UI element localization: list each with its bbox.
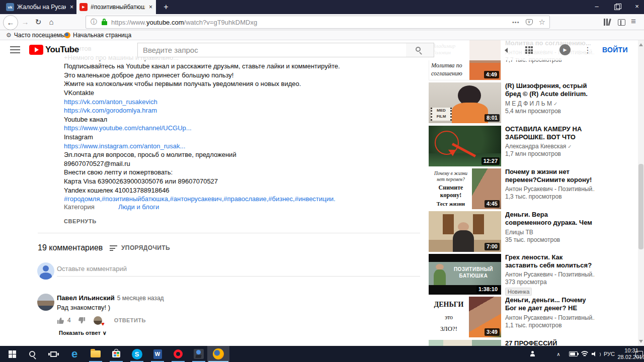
show-replies-button[interactable]: Показать ответ∨ bbox=[57, 329, 107, 336]
new-tab-button[interactable]: + bbox=[159, 0, 173, 14]
sign-in-button[interactable]: ВОЙТИ bbox=[602, 46, 628, 54]
video-thumbnail[interactable]: ДЕНЬГИ это ЗЛО?! 3:49 bbox=[429, 297, 501, 337]
language-indicator[interactable]: РУС bbox=[602, 346, 617, 362]
description-link[interactable]: https://vk.com/gorodomlya.hram bbox=[64, 106, 421, 115]
taskbar-word[interactable]: W bbox=[147, 346, 168, 362]
page-info-icon[interactable]: ⓘ bbox=[91, 18, 97, 27]
video-title[interactable]: ОСТАВИЛА КАМЕРУ НА ЗАБРОШКЕ. ВОТ ЧТО bbox=[505, 125, 595, 141]
sidebar-toggle-icon[interactable] bbox=[618, 19, 625, 26]
back-button[interactable]: ← bbox=[3, 15, 18, 30]
like-icon[interactable] bbox=[57, 317, 64, 324]
search-button[interactable] bbox=[406, 43, 434, 57]
page-scrollbar[interactable] bbox=[638, 40, 644, 346]
menu-icon[interactable] bbox=[10, 46, 20, 53]
pocket-icon[interactable]: ∨ bbox=[526, 19, 533, 25]
video-channel[interactable]: М Е Д Ф И Л Ь М✓ bbox=[505, 100, 595, 108]
home-button[interactable]: ⌂ bbox=[44, 15, 58, 29]
comments-count: 19 комментариев bbox=[38, 243, 103, 252]
comment-input[interactable]: Оставьте комментарий bbox=[57, 265, 127, 273]
search-box[interactable] bbox=[137, 43, 407, 57]
description-link[interactable]: https://www.instagram.com/anton_rusak... bbox=[64, 142, 421, 151]
sidebar-video-item[interactable]: 12:27 ОСТАВИЛА КАМЕРУ НА ЗАБРОШКЕ. ВОТ Ч… bbox=[429, 126, 595, 166]
taskbar-opera[interactable] bbox=[168, 346, 188, 362]
window-minimize-button[interactable]: – bbox=[587, 0, 607, 14]
video-thumbnail[interactable] bbox=[429, 340, 501, 346]
comment-author[interactable]: Павел Ильинский5 месяцев назад bbox=[57, 294, 164, 302]
volume-icon[interactable] bbox=[590, 346, 601, 362]
tab-close-icon[interactable]: × bbox=[149, 4, 152, 11]
scroll-up-icon[interactable] bbox=[639, 43, 643, 46]
url-bar[interactable]: ⓘ https://www.youtube.com/watch?v=gT9uhk… bbox=[86, 16, 550, 29]
video-channel[interactable]: Александра Киевская✓ bbox=[505, 143, 595, 150]
window-restore-button[interactable] bbox=[607, 0, 627, 14]
sidebar-video-item[interactable]: 7:00 Деньги. Вера современного дурака. Ч… bbox=[429, 211, 595, 252]
apps-grid-icon[interactable] bbox=[525, 46, 533, 54]
youtube-logo[interactable]: YouTube bbox=[29, 45, 79, 55]
video-thumbnail[interactable]: ПОЗИТИВНЫЙБАТЮШКА 1:38:10 bbox=[429, 254, 501, 295]
messages-icon[interactable]: ▶ bbox=[559, 44, 571, 55]
bookmark-home[interactable]: Начальная страница bbox=[64, 30, 131, 40]
video-title[interactable]: 27 ПРОФЕССИЙ БУДУЩЕГО (и bbox=[505, 339, 595, 346]
forward-button[interactable]: → bbox=[18, 15, 32, 29]
video-thumbnail[interactable]: Почему в жизнинет перемен? Снимитекорону… bbox=[429, 168, 501, 209]
description-link[interactable]: https://vk.com/anton_rusakevich bbox=[64, 98, 421, 107]
reload-button[interactable]: ↻ bbox=[31, 15, 45, 29]
page-actions-icon[interactable]: ••• bbox=[512, 19, 520, 25]
video-title[interactable]: Грех лености. Как заставить себя молитьс… bbox=[505, 253, 595, 269]
sidebar-video-item[interactable]: 27 ПРОФЕССИЙ БУДУЩЕГО (и bbox=[429, 340, 595, 346]
taskbar-search-button[interactable] bbox=[22, 346, 42, 362]
sort-comments-button[interactable]: УПОРЯДОЧИТЬ bbox=[121, 244, 170, 251]
video-channel[interactable]: Антон Русакевич - Позитивный... bbox=[505, 186, 595, 193]
category-value-link[interactable]: Люди и блоги bbox=[118, 203, 159, 211]
video-channel[interactable]: Антон Русакевич - Позитивный... bbox=[505, 271, 595, 279]
task-view-button[interactable] bbox=[43, 346, 63, 362]
tab-close-icon[interactable]: × bbox=[70, 4, 73, 11]
taskbar-firefox-active[interactable] bbox=[207, 346, 229, 362]
scroll-down-icon[interactable] bbox=[639, 340, 643, 343]
window-close-button[interactable]: × bbox=[627, 0, 644, 14]
sidebar-video-item[interactable]: MEDFILM 8:01 (R) Шизофрения, острый бред… bbox=[429, 82, 595, 123]
video-title[interactable]: Деньги. Вера современного дурака. Чем ис… bbox=[505, 211, 595, 227]
bookmark-frequent[interactable]: ⚙ Часто посещаемые bbox=[6, 30, 68, 40]
video-title[interactable]: Почему в жизни нет перемен?Снимите корон… bbox=[505, 168, 595, 184]
video-thumbnail[interactable]: MEDFILM 8:01 bbox=[429, 82, 501, 123]
taskbar-explorer[interactable] bbox=[86, 346, 106, 362]
hashtag-links[interactable]: #городомля,#позитивныйбатюшка,#антонруса… bbox=[64, 195, 421, 204]
action-center-icon[interactable] bbox=[634, 346, 644, 362]
description-link[interactable]: https://www.youtube.com/channel/UCGUp... bbox=[64, 124, 421, 133]
tray-people-icon[interactable] bbox=[526, 346, 539, 362]
taskbar-store[interactable] bbox=[106, 346, 126, 362]
tray-expand-icon[interactable]: ∧ bbox=[553, 346, 564, 362]
taskbar-edge[interactable]: e bbox=[64, 346, 85, 362]
sidebar-video-item[interactable]: ПОЗИТИВНЫЙБАТЮШКА 1:38:10 Грех лености. … bbox=[429, 254, 595, 295]
divider bbox=[38, 233, 420, 233]
start-button[interactable] bbox=[2, 346, 22, 362]
video-channel[interactable]: Елицы ТВ bbox=[505, 229, 595, 236]
taskbar-app[interactable] bbox=[189, 346, 209, 362]
browser-tab-youtube[interactable]: ▶ #позитивныйбатюшка,#анто × bbox=[76, 0, 156, 14]
sidebar-video-item[interactable]: Почему в жизнинет перемен? Снимитекорону… bbox=[429, 168, 595, 209]
avatar[interactable] bbox=[37, 294, 54, 311]
video-views: 1,3 тыс. просмотров bbox=[505, 193, 595, 201]
kebab-menu-icon[interactable]: ⋮ bbox=[584, 45, 592, 55]
bookmark-star-icon[interactable]: ☆ bbox=[539, 18, 545, 27]
search-input[interactable] bbox=[138, 46, 406, 54]
description-line: Yandex кошелек 410013788918646 bbox=[64, 186, 421, 195]
video-thumbnail[interactable]: 12:27 bbox=[429, 126, 501, 166]
scrollbar-thumb[interactable] bbox=[638, 164, 643, 249]
sidebar-video-item[interactable]: ДЕНЬГИ это ЗЛО?! 3:49 Деньги, деньги... … bbox=[429, 297, 595, 337]
wifi-icon[interactable] bbox=[579, 346, 591, 362]
library-icon[interactable] bbox=[604, 19, 611, 26]
video-title[interactable]: Деньги, деньги... Почему Бог не дает ден… bbox=[505, 296, 595, 313]
browser-tab-vk[interactable]: vk Жалобы на Русакевич Антона × bbox=[3, 0, 76, 14]
creator-heart-badge[interactable]: ♥ bbox=[94, 316, 102, 325]
video-channel[interactable]: Антон Русакевич - Позитивный... bbox=[505, 314, 595, 322]
dislike-icon[interactable] bbox=[78, 317, 86, 324]
battery-icon[interactable] bbox=[567, 346, 580, 362]
collapse-button[interactable]: СВЕРНУТЬ bbox=[64, 218, 97, 224]
reply-button[interactable]: ОТВЕТИТЬ bbox=[114, 317, 146, 323]
menu-icon[interactable]: ≡ bbox=[631, 17, 636, 27]
video-thumbnail[interactable]: 7:00 bbox=[429, 211, 501, 252]
taskbar-skype[interactable]: S bbox=[127, 346, 147, 362]
video-title[interactable]: (R) Шизофрения, острый бред © (R) Acute … bbox=[505, 82, 595, 99]
